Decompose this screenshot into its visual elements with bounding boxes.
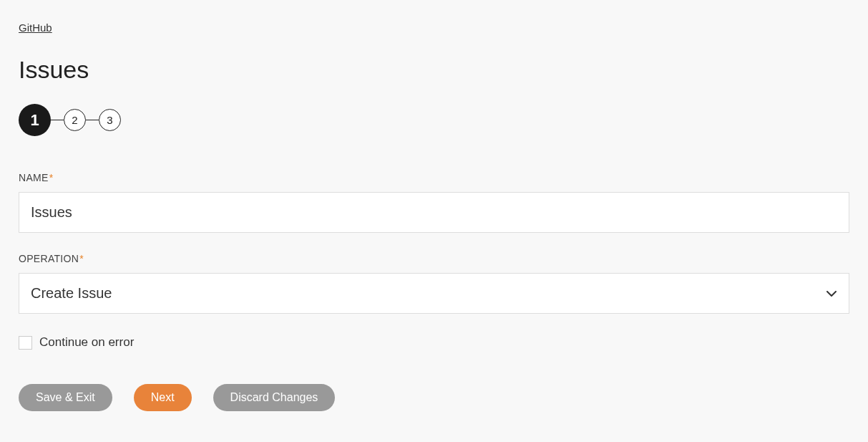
name-field-group: NAME* <box>19 172 849 233</box>
step-1[interactable]: 1 <box>19 104 51 136</box>
operation-select-wrapper: Create Issue <box>19 273 849 314</box>
name-label: NAME* <box>19 172 849 183</box>
page-title: Issues <box>19 56 849 84</box>
discard-changes-button[interactable]: Discard Changes <box>213 384 336 411</box>
name-label-text: NAME <box>19 172 49 183</box>
button-row: Save & Exit Next Discard Changes <box>19 384 849 411</box>
stepper: 1 2 3 <box>19 104 849 136</box>
step-connector <box>51 120 64 121</box>
operation-label: OPERATION* <box>19 253 849 264</box>
breadcrumb-github[interactable]: GitHub <box>19 21 52 34</box>
name-input[interactable] <box>19 192 849 233</box>
operation-label-text: OPERATION <box>19 253 79 264</box>
continue-on-error-checkbox[interactable] <box>19 336 32 350</box>
step-connector <box>86 120 99 121</box>
continue-on-error-row: Continue on error <box>19 335 849 350</box>
save-exit-button[interactable]: Save & Exit <box>19 384 112 411</box>
continue-on-error-label: Continue on error <box>39 335 134 350</box>
required-marker: * <box>49 172 54 183</box>
step-2[interactable]: 2 <box>64 109 86 131</box>
required-marker: * <box>79 253 84 264</box>
next-button[interactable]: Next <box>134 384 192 411</box>
operation-field-group: OPERATION* Create Issue <box>19 253 849 314</box>
operation-select[interactable]: Create Issue <box>19 273 849 314</box>
step-3[interactable]: 3 <box>99 109 121 131</box>
